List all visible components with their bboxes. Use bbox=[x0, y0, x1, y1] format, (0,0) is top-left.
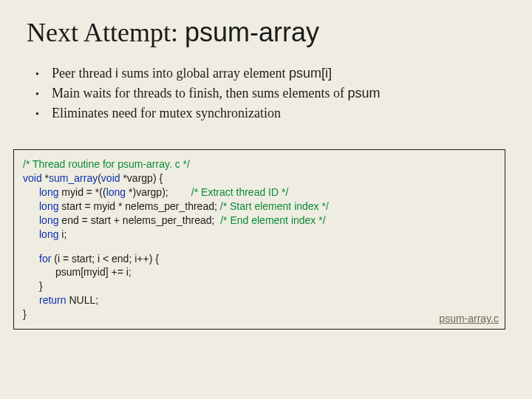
code-rest: start = myid * nelems_per_thread; bbox=[58, 200, 219, 212]
source-filename: psum-array.c bbox=[439, 312, 499, 326]
code-rest: NULL; bbox=[66, 294, 99, 306]
bullet-code: psum[i] bbox=[289, 66, 332, 81]
code-comment: /* Extract thread ID */ bbox=[191, 186, 289, 198]
bullet-code: psum bbox=[347, 86, 380, 100]
code-line: long myid = *((long *)vargp); /* Extract… bbox=[23, 185, 496, 200]
code-line: /* Thread routine for psum-array. c */ bbox=[23, 157, 496, 171]
bullet-item: • Main waits for threads to finish, then… bbox=[35, 84, 510, 103]
bullet-text: Eliminates need for mutex synchronizatio… bbox=[52, 104, 281, 123]
code-line: long end = start + nelems_per_thread; /*… bbox=[23, 214, 496, 228]
code-line: long start = myid * nelems_per_thread; /… bbox=[23, 200, 496, 214]
code-kw: long bbox=[39, 214, 58, 226]
title-prefix: Next Attempt: bbox=[27, 18, 185, 47]
bullet-text: Main waits for threads to finish, then s… bbox=[52, 84, 380, 103]
bullet-dot-icon: • bbox=[35, 67, 52, 82]
code-op: * bbox=[42, 172, 49, 184]
bullet-seg: Main waits for threads to finish, then s… bbox=[52, 86, 347, 100]
bullet-seg: Peer thread bbox=[52, 66, 115, 81]
bullet-seg: Eliminates need for mutex synchronizatio… bbox=[52, 106, 281, 120]
code-line: for (i = start; i < end; i++) { bbox=[23, 252, 496, 266]
code-kw: void bbox=[101, 172, 120, 184]
code-rest: i; bbox=[58, 228, 66, 240]
bullet-item: • Eliminates need for mutex synchronizat… bbox=[35, 104, 510, 123]
code-rest: end = start + nelems_per_thread; bbox=[58, 214, 220, 226]
code-line: void *sum_array(void *vargp) { bbox=[23, 171, 496, 185]
code-comment: /* Start element index */ bbox=[220, 200, 329, 212]
slide-title: Next Attempt: psum-array bbox=[27, 18, 510, 48]
code-line: } bbox=[23, 279, 496, 293]
code-kw: long bbox=[39, 200, 58, 212]
bullet-item: • Peer thread i sums into global array e… bbox=[35, 64, 510, 83]
code-line: psum[myid] += i; bbox=[23, 265, 496, 279]
code-rest: myid = *(( bbox=[58, 186, 106, 198]
code-rest: *)vargp); bbox=[126, 186, 168, 198]
code-line: long i; bbox=[23, 228, 496, 242]
code-block: /* Thread routine for psum-array. c */ v… bbox=[13, 149, 505, 330]
code-comment: /* End element index */ bbox=[220, 214, 325, 226]
code-kw: long bbox=[39, 228, 58, 240]
code-blank-line bbox=[23, 242, 496, 252]
bullet-text: Peer thread i sums into global array ele… bbox=[52, 64, 332, 83]
code-kw: long bbox=[39, 186, 58, 198]
code-line: return NULL; bbox=[23, 293, 496, 307]
code-rest: *vargp) { bbox=[120, 172, 163, 184]
code-kw: for bbox=[39, 253, 51, 265]
code-rest: (i = start; i < end; i++) { bbox=[51, 253, 159, 265]
bullet-list: • Peer thread i sums into global array e… bbox=[35, 64, 510, 123]
title-mono: psum-array bbox=[185, 17, 319, 47]
slide: Next Attempt: psum-array • Peer thread i… bbox=[0, 0, 532, 399]
code-kw: long bbox=[106, 186, 126, 198]
code-line: } bbox=[23, 307, 496, 321]
code-kw: void bbox=[23, 172, 42, 184]
code-fn: sum_array bbox=[49, 172, 98, 184]
code-kw: return bbox=[39, 294, 66, 306]
bullet-dot-icon: • bbox=[35, 107, 52, 122]
bullet-dot-icon: • bbox=[35, 87, 52, 102]
bullet-seg: sums into global array element bbox=[118, 66, 289, 81]
